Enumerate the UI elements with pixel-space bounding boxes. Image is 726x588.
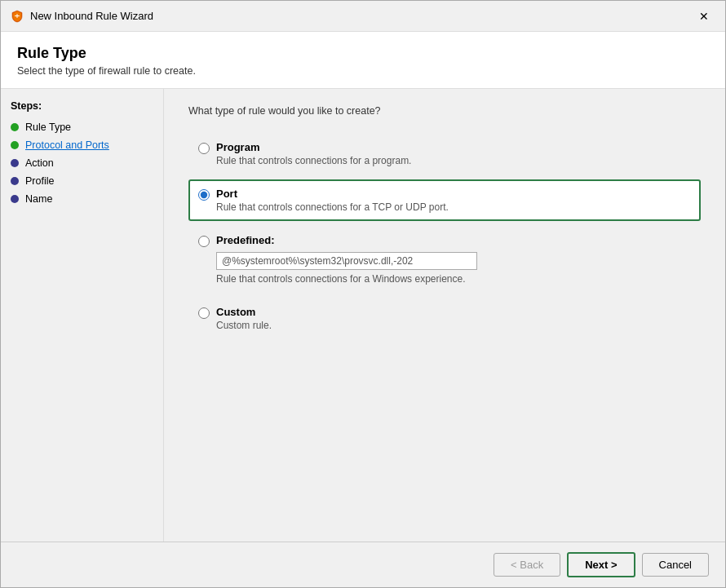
page-subtitle: Select the type of firewall rule to crea… — [17, 65, 709, 77]
next-button[interactable]: Next > — [567, 552, 635, 577]
option-program-row: Program Rule that controls connections f… — [198, 141, 691, 166]
option-custom-row: Custom Custom rule. — [198, 306, 691, 331]
sidebar-item-action: Action — [1, 154, 163, 172]
main-panel: What type of rule would you like to crea… — [164, 89, 725, 542]
predefined-select[interactable]: @%systemroot%\system32\provsvc.dll,-202 — [216, 252, 477, 270]
sidebar-label-name: Name — [25, 193, 52, 205]
shield-firewall-icon — [11, 10, 24, 23]
option-port: Port Rule that controls connections for … — [188, 179, 701, 221]
option-predefined-card: Predefined: @%systemroot%\system32\provs… — [188, 226, 701, 293]
cancel-button[interactable]: Cancel — [642, 553, 709, 577]
close-button[interactable]: ✕ — [693, 5, 715, 28]
question-text: What type of rule would you like to crea… — [188, 105, 701, 117]
sidebar-label-rule-type: Rule Type — [25, 122, 71, 133]
back-button[interactable]: < Back — [494, 553, 560, 577]
radio-custom[interactable] — [198, 307, 210, 319]
svg-rect-1 — [17, 14, 18, 18]
option-program-label: Program — [216, 141, 411, 153]
content-area: Rule Type Select the type of firewall ru… — [1, 32, 725, 542]
steps-label: Steps: — [1, 100, 163, 118]
step-dot-action — [11, 159, 19, 167]
wizard-dialog: New Inbound Rule Wizard ✕ Rule Type Sele… — [0, 0, 726, 588]
radio-program[interactable] — [198, 143, 210, 154]
sidebar-item-profile: Profile — [1, 172, 163, 190]
step-dot-rule-type — [11, 123, 19, 131]
option-predefined-row: Predefined: — [198, 234, 691, 247]
sidebar-item-name: Name — [1, 190, 163, 208]
header-section: Rule Type Select the type of firewall ru… — [1, 32, 725, 89]
option-program-content: Program Rule that controls connections f… — [216, 141, 411, 166]
option-custom: Custom Custom rule. — [188, 298, 701, 339]
option-custom-label: Custom — [216, 306, 272, 318]
option-program-card: Program Rule that controls connections f… — [188, 133, 701, 175]
option-custom-card: Custom Custom rule. — [188, 298, 701, 339]
option-port-desc: Rule that controls connections for a TCP… — [216, 201, 449, 213]
option-port-card: Port Rule that controls connections for … — [188, 179, 701, 221]
step-dot-profile — [11, 177, 19, 185]
option-custom-desc: Custom rule. — [216, 320, 272, 331]
sidebar-item-protocol-and-ports[interactable]: Protocol and Ports — [1, 136, 163, 154]
option-port-content: Port Rule that controls connections for … — [216, 188, 449, 213]
sidebar: Steps: Rule Type Protocol and Ports Acti… — [1, 89, 164, 542]
option-predefined-content: Predefined: — [216, 234, 275, 246]
sidebar-label-action: Action — [25, 157, 54, 169]
title-bar-left: New Inbound Rule Wizard — [11, 10, 153, 23]
sidebar-label-protocol-and-ports[interactable]: Protocol and Ports — [25, 139, 109, 151]
option-custom-content: Custom Custom rule. — [216, 306, 272, 331]
option-port-label: Port — [216, 188, 449, 200]
option-program: Program Rule that controls connections f… — [188, 133, 701, 175]
radio-port[interactable] — [198, 189, 210, 201]
title-bar-text: New Inbound Rule Wizard — [30, 10, 153, 22]
footer-section: < Back Next > Cancel — [1, 542, 725, 587]
option-predefined: Predefined: @%systemroot%\system32\provs… — [188, 226, 701, 293]
sidebar-label-profile: Profile — [25, 175, 54, 187]
title-bar: New Inbound Rule Wizard ✕ — [1, 1, 725, 32]
sidebar-item-rule-type: Rule Type — [1, 118, 163, 136]
predefined-dropdown-row: @%systemroot%\system32\provsvc.dll,-202 — [216, 252, 691, 270]
step-dot-protocol-and-ports — [11, 141, 19, 149]
option-port-row: Port Rule that controls connections for … — [198, 188, 691, 213]
radio-predefined[interactable] — [198, 236, 210, 247]
page-title: Rule Type — [17, 45, 709, 62]
body-section: Steps: Rule Type Protocol and Ports Acti… — [1, 89, 725, 542]
option-program-desc: Rule that controls connections for a pro… — [216, 155, 411, 166]
option-predefined-label: Predefined: — [216, 234, 275, 246]
option-predefined-desc: Rule that controls connections for a Win… — [216, 273, 691, 285]
step-dot-name — [11, 195, 19, 203]
